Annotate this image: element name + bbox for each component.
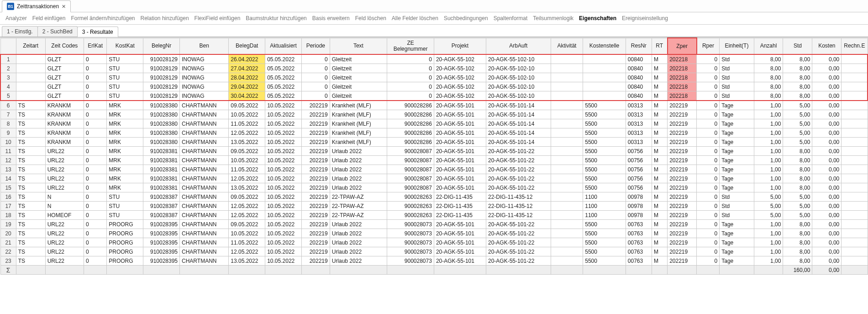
cell-ben[interactable]: INOWAG xyxy=(180,91,229,101)
cell-res[interactable]: 00756 xyxy=(626,174,652,183)
cell-einh[interactable]: Tage xyxy=(720,147,754,156)
cell-zper[interactable]: 202219 xyxy=(668,183,697,192)
cell-zeitart[interactable]: TS xyxy=(16,183,45,192)
cell-akt[interactable]: 10.05.2022 xyxy=(265,138,302,147)
cell-res[interactable]: 00978 xyxy=(626,202,652,211)
cell-einh[interactable]: Std xyxy=(720,64,754,73)
cell-bnr[interactable]: 910028380 xyxy=(143,110,180,119)
cell-proj[interactable]: 20-AGK-55-101 xyxy=(434,183,486,192)
row-number[interactable]: 11 xyxy=(0,147,16,156)
cell-proj[interactable]: 22-DIG-11-435 xyxy=(434,192,486,202)
cell-rper[interactable]: 0 xyxy=(697,220,720,229)
column-header[interactable]: ZEBelegnummer xyxy=(387,38,434,54)
cell-anz[interactable]: 1,00 xyxy=(754,119,783,128)
cell-akt[interactable]: 10.05.2022 xyxy=(265,156,302,165)
cell-std[interactable]: 8,00 xyxy=(783,54,812,64)
cell-text[interactable]: Urlaub 2022 xyxy=(330,156,387,165)
cell-res[interactable]: 00840 xyxy=(626,73,652,82)
cell-kosten[interactable]: 0,00 xyxy=(812,110,842,119)
cell-arb[interactable]: 20-AGK-55-101-22 xyxy=(486,147,551,156)
cell-bnr[interactable]: 910028395 xyxy=(143,220,180,229)
column-header[interactable]: Kosten xyxy=(812,38,842,54)
row-number[interactable]: 1 xyxy=(0,54,16,64)
cell-kosten[interactable]: 0,00 xyxy=(812,101,842,110)
cell-rper[interactable]: 0 xyxy=(697,101,720,110)
cell-bnr[interactable]: 910028381 xyxy=(143,156,180,165)
cell-proj[interactable]: 20-AGK-55-101 xyxy=(434,128,486,138)
cell-std[interactable]: 5,00 xyxy=(783,192,812,202)
cell-kost[interactable]: 5500 xyxy=(583,174,626,183)
cell-arb[interactable]: 20-AGK-55-101-14 xyxy=(486,110,551,119)
cell-akt[interactable]: 10.05.2022 xyxy=(265,238,302,247)
cell-bdat[interactable]: 11.05.2022 xyxy=(229,165,265,174)
cell-erl[interactable]: 0 xyxy=(84,174,107,183)
cell-res[interactable]: 00763 xyxy=(626,238,652,247)
cell-bdat[interactable]: 29.04.2022 xyxy=(229,82,265,91)
cell-rper[interactable]: 0 xyxy=(697,238,720,247)
cell-std[interactable]: 8,00 xyxy=(783,174,812,183)
table-row[interactable]: 22TSURL220PROORG910028395CHARTMANN12.05.… xyxy=(0,247,868,256)
cell-kost[interactable]: 5500 xyxy=(583,128,626,138)
cell-arb[interactable]: 20-AGK-55-102-10 xyxy=(486,82,551,91)
cell-kost[interactable]: 5500 xyxy=(583,247,626,256)
menu-item[interactable]: Basis erweitern xyxy=(312,15,350,21)
cell-einh[interactable]: Std xyxy=(720,82,754,91)
cell-rechn[interactable] xyxy=(842,147,868,156)
cell-zper[interactable]: 202218 xyxy=(668,82,697,91)
cell-aktv[interactable] xyxy=(551,128,583,138)
cell-erl[interactable]: 0 xyxy=(84,256,107,266)
cell-kost[interactable]: 1100 xyxy=(583,202,626,211)
cell-text[interactable]: Gleitzeit xyxy=(330,91,387,101)
cell-rt[interactable]: M xyxy=(652,138,667,147)
table-row[interactable]: 10TSKRANKM0MRK910028380CHARTMANN13.05.20… xyxy=(0,138,868,147)
cell-proj[interactable]: 20-AGK-55-101 xyxy=(434,101,486,110)
cell-text[interactable]: Gleitzeit xyxy=(330,82,387,91)
cell-zeb[interactable]: 900028073 xyxy=(387,256,434,266)
cell-res[interactable]: 00756 xyxy=(626,147,652,156)
cell-zc[interactable]: URL22 xyxy=(45,220,84,229)
cell-bnr[interactable]: 910028381 xyxy=(143,174,180,183)
cell-erl[interactable]: 0 xyxy=(84,82,107,91)
cell-text[interactable]: 22-TPAW-AZ xyxy=(330,202,387,211)
cell-std[interactable]: 5,00 xyxy=(783,101,812,110)
cell-erl[interactable]: 0 xyxy=(84,101,107,110)
cell-bdat[interactable]: 10.05.2022 xyxy=(229,110,265,119)
row-number[interactable]: 9 xyxy=(0,128,16,138)
cell-rt[interactable]: M xyxy=(652,156,667,165)
cell-zeitart[interactable]: TS xyxy=(16,156,45,165)
cell-anz[interactable]: 5,00 xyxy=(754,192,783,202)
cell-zeb[interactable]: 0 xyxy=(387,64,434,73)
table-row[interactable]: 4GLZT0STU910028129INOWAG29.04.202205.05.… xyxy=(0,82,868,91)
column-header[interactable]: Periode xyxy=(302,38,330,54)
cell-rper[interactable]: 0 xyxy=(697,211,720,220)
cell-akt[interactable]: 10.05.2022 xyxy=(265,256,302,266)
cell-std[interactable]: 8,00 xyxy=(783,91,812,101)
cell-rper[interactable]: 0 xyxy=(697,256,720,266)
cell-bnr[interactable]: 910028380 xyxy=(143,128,180,138)
cell-per[interactable]: 202219 xyxy=(302,256,330,266)
menu-item[interactable]: Analyzer xyxy=(5,15,27,21)
cell-ben[interactable]: CHARTMANN xyxy=(180,128,229,138)
cell-zeb[interactable]: 900028087 xyxy=(387,174,434,183)
cell-rper[interactable]: 0 xyxy=(697,128,720,138)
cell-std[interactable]: 8,00 xyxy=(783,147,812,156)
row-number[interactable]: 12 xyxy=(0,156,16,165)
cell-proj[interactable]: 20-AGK-55-101 xyxy=(434,110,486,119)
cell-res[interactable]: 00763 xyxy=(626,229,652,238)
cell-kost[interactable]: 5500 xyxy=(583,101,626,110)
cell-aktv[interactable] xyxy=(551,165,583,174)
cell-bnr[interactable]: 910028395 xyxy=(143,229,180,238)
cell-text[interactable]: Krankheit (MLF) xyxy=(330,110,387,119)
cell-aktv[interactable] xyxy=(551,192,583,202)
cell-akt[interactable]: 10.05.2022 xyxy=(265,174,302,183)
cell-zeb[interactable]: 900028263 xyxy=(387,202,434,211)
cell-rt[interactable]: M xyxy=(652,238,667,247)
cell-einh[interactable]: Tage xyxy=(720,165,754,174)
cell-bdat[interactable]: 11.05.2022 xyxy=(229,238,265,247)
menu-item[interactable]: Ereigniseinstellung xyxy=(622,15,668,21)
cell-zper[interactable]: 202219 xyxy=(668,147,697,156)
cell-kosten[interactable]: 0,00 xyxy=(812,192,842,202)
cell-arb[interactable]: 20-AGK-55-101-14 xyxy=(486,101,551,110)
cell-zeitart[interactable] xyxy=(16,64,45,73)
cell-rper[interactable]: 0 xyxy=(697,73,720,82)
